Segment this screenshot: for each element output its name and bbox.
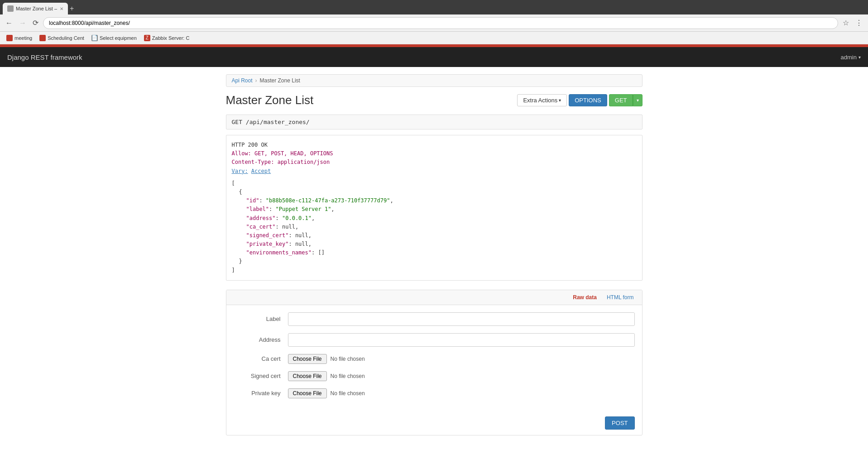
get-btn-group: GET ▾ (609, 94, 643, 106)
json-environments-value: [] (318, 249, 324, 256)
json-signed-cert-key: "signed_cert" (246, 232, 289, 239)
private-key-no-file: No file chosen (331, 390, 365, 397)
bookmark-meeting[interactable]: meeting (4, 34, 35, 42)
json-environments-key: "environments_names" (246, 249, 312, 256)
json-private-key-key: "private_key" (246, 241, 289, 247)
json-response-block: [ { "id": "b88b508e-c112-47fa-a273-710f3… (232, 179, 637, 275)
signed-cert-choose-file-btn[interactable]: Choose File (288, 371, 327, 381)
form-body: Label Address Ca cert Choose File No fil… (226, 305, 642, 413)
extra-actions-btn[interactable]: Extra Actions ▾ (517, 94, 567, 106)
address-field-label: Address (234, 336, 288, 343)
label-input[interactable] (288, 312, 635, 326)
form-row-signed-cert: Signed cert Choose File No file chosen (234, 371, 635, 381)
json-id-row: "id": "b88b508e-c112-47fa-a273-710f37777… (246, 196, 637, 205)
breadcrumb-current: Master Zone List (260, 77, 300, 84)
bookmark-label-select: Select equipmen (100, 35, 137, 41)
bookmark-label-meeting: meeting (14, 35, 32, 41)
tab-title: Master Zone List – (16, 6, 57, 11)
json-label-key: "label" (246, 206, 269, 212)
bookmark-icon-select: 📄 (91, 35, 98, 41)
reload-btn[interactable]: ⟳ (31, 18, 40, 28)
response-allow: Allow: GET, POST, HEAD, OPTIONS (232, 149, 637, 158)
raw-data-tab[interactable]: Raw data (569, 293, 600, 302)
allow-label: Allow: (232, 150, 251, 157)
form-actions: POST (226, 413, 642, 435)
json-private-key-row: "private_key": null, (246, 240, 637, 249)
json-ca-cert-row: "ca_cert": null, (246, 223, 637, 231)
navbar: Django REST framework admin (0, 47, 868, 67)
browser-tabs: Master Zone List – ✕ + (0, 0, 868, 14)
bookmark-scheduling[interactable]: Scheduling Cent (37, 34, 87, 42)
private-key-choose-file-btn[interactable]: Choose File (288, 388, 327, 398)
response-content-type: Content-Type: application/json (232, 158, 637, 167)
json-open-bracket: [ (232, 179, 637, 188)
ca-cert-file-row: Choose File No file chosen (288, 354, 365, 364)
html-form-tab[interactable]: HTML form (603, 293, 638, 302)
vary-value[interactable]: Accept (251, 168, 271, 174)
json-signed-cert-row: "signed_cert": null, (246, 231, 637, 240)
options-btn[interactable]: OPTIONS (569, 94, 607, 106)
bookmark-select[interactable]: 📄 Select equipmen (89, 34, 139, 42)
navbar-admin-menu[interactable]: admin (841, 54, 861, 61)
signed-cert-no-file: No file chosen (331, 373, 365, 379)
forward-btn[interactable]: → (17, 18, 28, 28)
breadcrumb-api-root[interactable]: Api Root (232, 77, 253, 84)
back-btn[interactable]: ← (4, 18, 14, 28)
tab-favicon (7, 5, 14, 12)
bookmark-label-zabbix: Zabbix Server: C (152, 35, 190, 41)
json-address-row: "address": "0.0.0.1", (246, 214, 637, 223)
json-close-bracket: ] (232, 266, 637, 275)
ca-cert-no-file: No file chosen (331, 356, 365, 362)
breadcrumb-separator: › (255, 77, 257, 84)
get-btn[interactable]: GET (609, 94, 633, 106)
json-object-close: } (239, 257, 637, 266)
bookmark-zabbix[interactable]: Z Zabbix Server: C (141, 34, 192, 42)
private-key-field-label: Private key (234, 390, 288, 397)
bookmark-icon-meeting (6, 35, 13, 41)
json-address-key: "address" (246, 215, 276, 221)
ca-cert-choose-file-label: Choose File (293, 356, 322, 362)
navbar-brand: Django REST framework (7, 53, 82, 61)
allow-methods: GET, POST, HEAD, OPTIONS (254, 150, 333, 157)
signed-cert-choose-file-label: Choose File (293, 373, 322, 379)
json-private-key-value: null (295, 241, 308, 247)
new-tab-btn[interactable]: + (70, 5, 74, 13)
active-tab[interactable]: Master Zone List – ✕ (3, 3, 68, 14)
json-object-open: { (239, 188, 637, 196)
json-label-row: "label": "Puppet Server 1", (246, 205, 637, 214)
menu-btn[interactable]: ⋮ (854, 18, 864, 28)
post-btn[interactable]: POST (605, 416, 634, 430)
json-environments-row: "environments_names": [] (246, 249, 637, 257)
browser-toolbar: ← → ⟳ ☆ ⋮ (0, 14, 868, 32)
request-box: GET /api/master_zones/ (226, 115, 643, 129)
get-dropdown-btn[interactable]: ▾ (633, 94, 643, 106)
bookmark-label-scheduling: Scheduling Cent (48, 35, 84, 41)
ca-cert-choose-file-btn[interactable]: Choose File (288, 354, 327, 364)
address-bar[interactable] (43, 17, 838, 29)
options-label: OPTIONS (575, 97, 601, 104)
content-type-value: application/json (278, 159, 330, 165)
bookmark-btn[interactable]: ☆ (841, 18, 851, 28)
form-row-private-key: Private key Choose File No file chosen (234, 388, 635, 398)
page-title: Master Zone List (226, 93, 314, 107)
form-tabs: Raw data HTML form (226, 290, 642, 305)
toolbar-btn-group: Extra Actions ▾ OPTIONS GET ▾ (517, 94, 642, 106)
address-input[interactable] (288, 333, 635, 347)
page-content: Api Root › Master Zone List Master Zone … (217, 67, 652, 443)
signed-cert-field-label: Signed cert (234, 373, 288, 379)
get-label: GET (615, 97, 627, 104)
request-method: GET (232, 119, 242, 125)
ca-cert-field-label: Ca cert (234, 355, 288, 362)
json-signed-cert-value: null (295, 232, 308, 239)
tab-close-btn[interactable]: ✕ (60, 6, 63, 11)
request-path: /api/master_zones/ (246, 119, 310, 125)
json-address-value: "0.0.0.1" (282, 215, 312, 221)
extra-actions-caret: ▾ (559, 98, 561, 103)
response-box: HTTP 200 OK Allow: GET, POST, HEAD, OPTI… (226, 135, 643, 281)
form-row-ca-cert: Ca cert Choose File No file chosen (234, 354, 635, 364)
json-ca-cert-key: "ca_cert" (246, 224, 276, 230)
content-type-label: Content-Type: (232, 159, 274, 165)
json-ca-cert-value: null (282, 224, 295, 230)
breadcrumb: Api Root › Master Zone List (226, 74, 643, 87)
json-label-value: "Puppet Server 1" (276, 206, 331, 212)
